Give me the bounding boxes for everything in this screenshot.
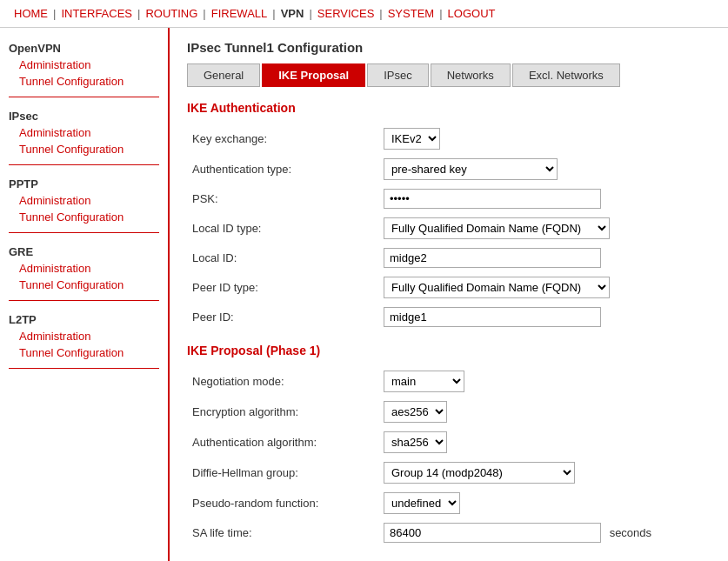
nav-sep-6: | bbox=[379, 7, 382, 20]
tab-networks[interactable]: Networks bbox=[431, 63, 511, 87]
key-exchange-select[interactable]: IKEv2 IKEv1 bbox=[384, 128, 440, 150]
key-exchange-label: Key exchange: bbox=[187, 124, 378, 154]
nav-sep-4: | bbox=[272, 7, 275, 20]
nav-sep-5: | bbox=[309, 7, 311, 20]
nav-home[interactable]: HOME bbox=[14, 7, 48, 20]
prf-row: Pseudo-random function: undefined sha256… bbox=[187, 488, 711, 518]
sidebar-link-pptp-tunnel[interactable]: Tunnel Configuration bbox=[0, 209, 168, 225]
tab-excl-networks[interactable]: Excl. Networks bbox=[512, 63, 620, 87]
sidebar-link-pptp-admin[interactable]: Administration bbox=[0, 192, 168, 209]
key-exchange-row: Key exchange: IKEv2 IKEv1 bbox=[187, 124, 711, 154]
peer-id-input[interactable] bbox=[384, 307, 601, 327]
peer-id-label: Peer ID: bbox=[187, 303, 378, 331]
peer-id-type-label: Peer ID type: bbox=[187, 272, 378, 303]
sa-life-unit: seconds bbox=[610, 526, 651, 539]
nav-sep-7: | bbox=[439, 7, 442, 20]
sa-life-label: SA life time: bbox=[187, 518, 378, 547]
nav-firewall[interactable]: FIREWALL bbox=[211, 7, 268, 20]
sidebar: OpenVPN Administration Tunnel Configurat… bbox=[0, 28, 170, 561]
main-content: IPsec Tunnel1 Configuration General IKE … bbox=[170, 28, 728, 561]
sidebar-link-ipsec-admin[interactable]: Administration bbox=[0, 124, 168, 141]
local-id-row: Local ID: bbox=[187, 244, 711, 272]
nav-interfaces[interactable]: INTERFACES bbox=[61, 7, 132, 20]
nav-services[interactable]: SERVICES bbox=[317, 7, 375, 20]
sa-life-input[interactable] bbox=[384, 523, 601, 543]
nav-system[interactable]: SYSTEM bbox=[388, 7, 434, 20]
ike-auth-section-header: IKE Authentication bbox=[187, 101, 711, 115]
sidebar-section-gre: GRE bbox=[0, 240, 168, 260]
peer-id-type-select[interactable]: Fully Qualified Domain Name (FQDN) IP Ad… bbox=[384, 277, 610, 298]
dh-group-select[interactable]: Group 14 (modp2048) Group 2 (modp1024) G… bbox=[384, 462, 575, 484]
sidebar-section-openvpn: OpenVPN bbox=[0, 37, 168, 57]
prf-label: Pseudo-random function: bbox=[187, 488, 378, 518]
sidebar-divider-3 bbox=[9, 232, 159, 233]
auth-type-label: Authentication type: bbox=[187, 154, 378, 184]
encryption-algo-row: Encryption algorithm: aes256 aes128 3des bbox=[187, 397, 711, 427]
top-nav: HOME | INTERFACES | ROUTING | FIREWALL |… bbox=[0, 0, 728, 28]
negotiation-mode-select[interactable]: main aggressive bbox=[384, 371, 464, 392]
encryption-algo-select[interactable]: aes256 aes128 3des bbox=[384, 401, 447, 423]
psk-label: PSK: bbox=[187, 184, 378, 213]
auth-type-row: Authentication type: pre-shared key cert… bbox=[187, 154, 711, 184]
negotiation-mode-row: Negotiation mode: main aggressive bbox=[187, 366, 711, 397]
ike-proposal-section-header: IKE Proposal (Phase 1) bbox=[187, 344, 711, 357]
sidebar-link-openvpn-admin[interactable]: Administration bbox=[0, 57, 168, 73]
sidebar-divider-1 bbox=[9, 97, 159, 97]
nav-sep-2: | bbox=[137, 7, 140, 20]
tab-ike-proposal[interactable]: IKE Proposal bbox=[262, 63, 365, 87]
sidebar-divider-2 bbox=[9, 164, 159, 165]
encryption-algo-label: Encryption algorithm: bbox=[187, 397, 378, 427]
nav-sep-1: | bbox=[53, 7, 56, 20]
dh-group-label: Diffie-Hellman group: bbox=[187, 457, 378, 488]
ike-proposal-table: Negotiation mode: main aggressive Encryp… bbox=[187, 366, 711, 547]
sidebar-section-l2tp: L2TP bbox=[0, 308, 168, 328]
tab-bar: General IKE Proposal IPsec Networks Excl… bbox=[187, 63, 711, 87]
local-id-type-label: Local ID type: bbox=[187, 213, 378, 244]
local-id-input[interactable] bbox=[384, 248, 601, 268]
local-id-type-row: Local ID type: Fully Qualified Domain Na… bbox=[187, 213, 711, 244]
sidebar-link-gre-admin[interactable]: Administration bbox=[0, 260, 168, 277]
psk-input[interactable] bbox=[384, 189, 601, 209]
sidebar-section-ipsec: IPsec bbox=[0, 104, 168, 124]
sidebar-link-l2tp-admin[interactable]: Administration bbox=[0, 328, 168, 344]
nav-logout[interactable]: LOGOUT bbox=[448, 7, 496, 20]
nav-routing[interactable]: ROUTING bbox=[145, 7, 197, 20]
sa-life-row: SA life time: seconds bbox=[187, 518, 711, 547]
tab-ipsec[interactable]: IPsec bbox=[367, 63, 429, 87]
peer-id-type-row: Peer ID type: Fully Qualified Domain Nam… bbox=[187, 272, 711, 303]
local-id-label: Local ID: bbox=[187, 244, 378, 272]
nav-vpn[interactable]: VPN bbox=[281, 7, 304, 20]
peer-id-row: Peer ID: bbox=[187, 303, 711, 331]
dh-group-row: Diffie-Hellman group: Group 14 (modp2048… bbox=[187, 457, 711, 488]
prf-select[interactable]: undefined sha256 sha1 bbox=[384, 492, 460, 514]
page-title: IPsec Tunnel1 Configuration bbox=[187, 40, 711, 55]
auth-type-select[interactable]: pre-shared key certificate bbox=[384, 158, 558, 180]
tab-general[interactable]: General bbox=[187, 63, 260, 87]
negotiation-mode-label: Negotiation mode: bbox=[187, 366, 378, 397]
psk-row: PSK: bbox=[187, 184, 711, 213]
auth-algo-label: Authentication algorithm: bbox=[187, 427, 378, 457]
auth-algo-select[interactable]: sha256 sha1 md5 bbox=[384, 431, 447, 453]
sidebar-divider-5 bbox=[9, 368, 159, 369]
sidebar-link-ipsec-tunnel[interactable]: Tunnel Configuration bbox=[0, 141, 168, 157]
sidebar-link-l2tp-tunnel[interactable]: Tunnel Configuration bbox=[0, 344, 168, 361]
layout: OpenVPN Administration Tunnel Configurat… bbox=[0, 28, 728, 561]
sidebar-section-pptp: PPTP bbox=[0, 172, 168, 192]
sidebar-link-gre-tunnel[interactable]: Tunnel Configuration bbox=[0, 277, 168, 293]
nav-sep-3: | bbox=[203, 7, 205, 20]
ike-auth-table: Key exchange: IKEv2 IKEv1 Authentication… bbox=[187, 124, 711, 331]
auth-algo-row: Authentication algorithm: sha256 sha1 md… bbox=[187, 427, 711, 457]
sidebar-link-openvpn-tunnel[interactable]: Tunnel Configuration bbox=[0, 73, 168, 90]
local-id-type-select[interactable]: Fully Qualified Domain Name (FQDN) IP Ad… bbox=[384, 217, 610, 239]
sidebar-divider-4 bbox=[9, 300, 159, 301]
